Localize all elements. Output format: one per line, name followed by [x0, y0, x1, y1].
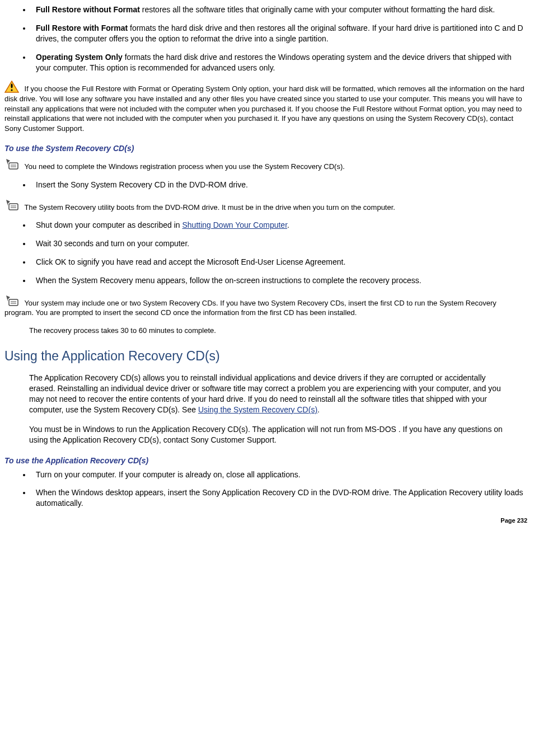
svg-rect-6: [9, 204, 18, 210]
step-list: Insert the Sony System Recovery CD in th…: [4, 180, 527, 190]
option-term: Full Restore with Format: [36, 24, 128, 32]
section-heading-app-recovery: To use the Application Recovery CD(s): [4, 456, 527, 466]
list-item: Shut down your computer as described in …: [31, 220, 527, 231]
note-icon: [4, 198, 21, 212]
option-term: Full Restore without Format: [36, 5, 140, 14]
shutdown-link[interactable]: Shutting Down Your Computer: [182, 220, 287, 229]
svg-point-1: [11, 84, 12, 88]
paragraph-suffix: .: [317, 405, 320, 414]
svg-rect-9: [9, 299, 18, 306]
caution-block: If you choose the Full Restore with Form…: [4, 81, 527, 133]
app-step-list: Turn on your computer. If your computer …: [4, 469, 527, 509]
caution-icon: [4, 81, 19, 93]
note-text: You need to complete the Windows registr…: [22, 162, 345, 171]
caution-text: If you choose the Full Restore with Form…: [4, 84, 524, 132]
list-item: Full Restore without Format restores all…: [31, 4, 527, 15]
list-item: Operating System Only formats the hard d…: [31, 52, 527, 73]
list-item: When the Windows desktop appears, insert…: [31, 487, 527, 509]
note-icon: [4, 294, 21, 307]
step-text: Shut down your computer as described in: [36, 220, 182, 229]
note-text: The System Recovery utility boots from t…: [22, 203, 395, 212]
list-item: When the System Recovery menu appears, f…: [31, 275, 527, 286]
svg-point-2: [11, 90, 12, 91]
list-item: Click OK to signify you have read and ac…: [31, 257, 527, 267]
note-block: You need to complete the Windows registr…: [4, 157, 527, 172]
note-icon: [4, 157, 21, 171]
svg-rect-3: [9, 163, 18, 169]
list-item: Wait 30 seconds and turn on your compute…: [31, 238, 527, 249]
list-item: Turn on your computer. If your computer …: [31, 469, 527, 480]
section-heading-system-recovery: To use the System Recovery CD(s): [4, 143, 527, 154]
option-desc: restores all the software titles that or…: [140, 5, 495, 14]
list-item: Full Restore with Format formats the har…: [31, 23, 527, 44]
system-recovery-link[interactable]: Using the System Recovery CD(s): [198, 405, 317, 414]
app-recovery-paragraph: The Application Recovery CD(s) allows yo…: [29, 373, 505, 415]
step-list: Shut down your computer as described in …: [4, 220, 527, 286]
note-block: The System Recovery utility boots from t…: [4, 198, 527, 213]
option-term: Operating System Only: [36, 53, 123, 62]
note-block: Your system may include one or two Syste…: [4, 294, 527, 318]
step-text-suffix: .: [287, 220, 289, 229]
note-text: Your system may include one or two Syste…: [4, 299, 496, 317]
page-number: Page 232: [4, 516, 527, 525]
list-item: Insert the Sony System Recovery CD in th…: [31, 180, 527, 190]
app-recovery-paragraph-2: You must be in Windows to run the Applic…: [29, 424, 505, 445]
heading-app-recovery: Using the Application Recovery CD(s): [4, 348, 527, 365]
restore-options-list: Full Restore without Format restores all…: [4, 4, 527, 73]
recovery-time-text: The recovery process takes 30 to 60 minu…: [29, 326, 527, 336]
